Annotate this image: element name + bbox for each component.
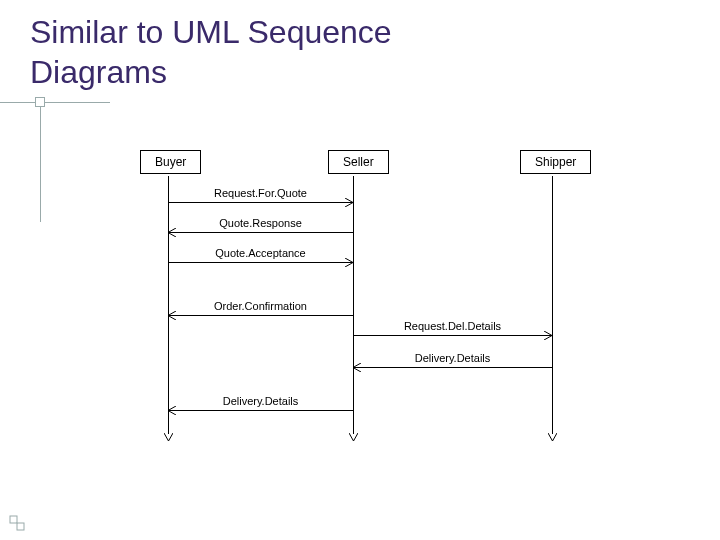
- msg-delivery-details-2: Delivery.Details: [168, 410, 353, 424]
- msg-label: Delivery.Details: [353, 352, 552, 364]
- arrow-down-icon: [164, 433, 173, 442]
- msg-quote-acceptance: Quote.Acceptance: [168, 262, 353, 276]
- arrow-left-icon: [167, 228, 176, 237]
- arrow-down-icon: [548, 433, 557, 442]
- arrow-left-icon: [167, 406, 176, 415]
- msg-line: [168, 315, 353, 316]
- actor-shipper-label: Shipper: [535, 155, 576, 169]
- msg-line: [353, 367, 552, 368]
- msg-line: [168, 232, 353, 233]
- msg-line: [168, 202, 353, 203]
- msg-line: [168, 410, 353, 411]
- lifeline-shipper: [552, 176, 553, 434]
- arrow-right-icon: [345, 258, 354, 267]
- slide-title: Similar to UML Sequence Diagrams: [30, 12, 392, 92]
- msg-label: Request.For.Quote: [168, 187, 353, 199]
- sequence-diagram: Buyer Seller Shipper Request.For.Quote Q…: [150, 150, 610, 450]
- msg-line: [353, 335, 552, 336]
- msg-line: [168, 262, 353, 263]
- decor-rule-v: [40, 102, 41, 222]
- actor-buyer: Buyer: [140, 150, 201, 174]
- title-line-2: Diagrams: [30, 54, 167, 90]
- actor-seller-label: Seller: [343, 155, 374, 169]
- msg-order-confirmation: Order.Confirmation: [168, 315, 353, 329]
- lifeline-seller: [353, 176, 354, 434]
- msg-delivery-details-1: Delivery.Details: [353, 367, 552, 381]
- msg-request-for-quote: Request.For.Quote: [168, 202, 353, 216]
- decor-box-icon: [35, 97, 45, 107]
- corner-decor-icon: [8, 514, 26, 532]
- arrow-left-icon: [352, 363, 361, 372]
- msg-label: Order.Confirmation: [168, 300, 353, 312]
- actor-seller: Seller: [328, 150, 389, 174]
- arrow-right-icon: [544, 331, 553, 340]
- msg-request-del-details: Request.Del.Details: [353, 335, 552, 349]
- msg-label: Delivery.Details: [168, 395, 353, 407]
- title-line-1: Similar to UML Sequence: [30, 14, 392, 50]
- arrow-left-icon: [167, 311, 176, 320]
- msg-label: Quote.Acceptance: [168, 247, 353, 259]
- actor-shipper: Shipper: [520, 150, 591, 174]
- msg-label: Quote.Response: [168, 217, 353, 229]
- actor-buyer-label: Buyer: [155, 155, 186, 169]
- msg-label: Request.Del.Details: [353, 320, 552, 332]
- arrow-right-icon: [345, 198, 354, 207]
- decor-rule-h: [0, 102, 110, 103]
- arrow-down-icon: [349, 433, 358, 442]
- svg-rect-0: [10, 516, 17, 523]
- msg-quote-response: Quote.Response: [168, 232, 353, 246]
- svg-rect-1: [17, 523, 24, 530]
